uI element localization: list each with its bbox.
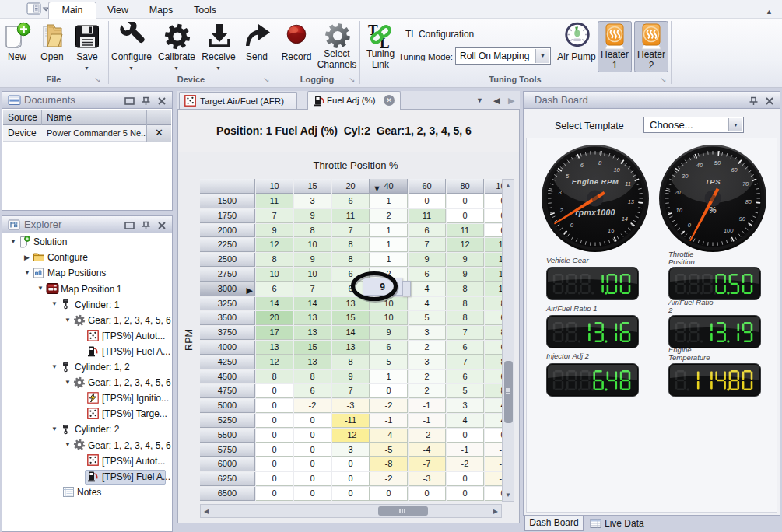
svg-text:100: 100 — [724, 227, 734, 234]
svg-text:10: 10 — [676, 207, 683, 214]
svg-text:90: 90 — [739, 215, 746, 222]
svg-text:13: 13 — [628, 198, 635, 205]
svg-text:16: 16 — [608, 227, 615, 234]
svg-text:Engine RPM: Engine RPM — [572, 177, 619, 186]
svg-text:TPS: TPS — [705, 177, 721, 186]
svg-text:14: 14 — [622, 215, 628, 222]
svg-text:80: 80 — [745, 198, 752, 205]
svg-text:%: % — [709, 205, 717, 215]
svg-text:rpmx1000: rpmx1000 — [575, 208, 615, 217]
svg-text:2: 2 — [559, 207, 564, 214]
